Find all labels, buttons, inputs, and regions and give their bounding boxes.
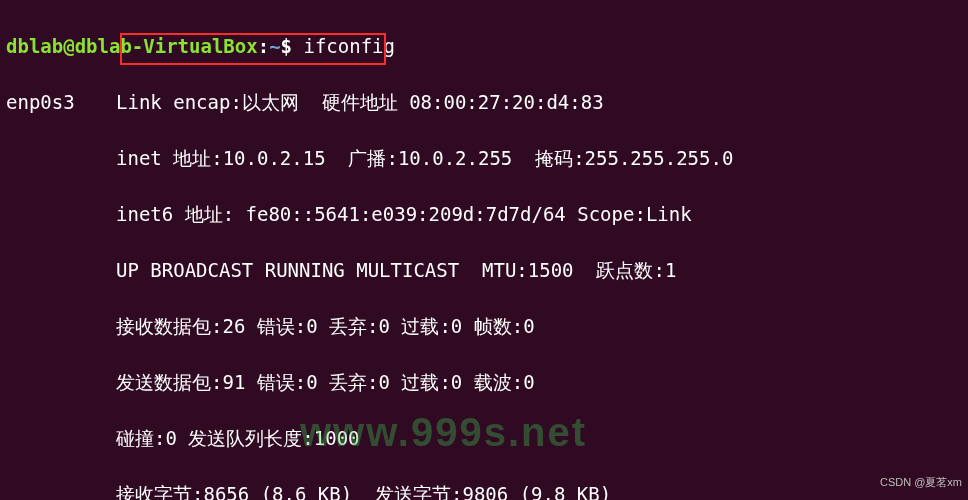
credit-text: CSDN @夏茗xm — [880, 468, 962, 496]
iface1-link: Link encap:以太网 硬件地址 08:00:27:20:d4:83 — [116, 88, 604, 116]
iface1-tx-packets: 发送数据包:91 错误:0 丢弃:0 过载:0 载波:0 — [116, 368, 535, 396]
prompt-dollar: $ — [281, 35, 304, 57]
prompt-path: ~ — [269, 35, 280, 57]
iface1-flags: UP BROADCAST RUNNING MULTICAST MTU:1500 … — [116, 256, 676, 284]
iface1-bytes: 接收字节:8656 (8.6 KB) 发送字节:9806 (9.8 KB) — [116, 480, 611, 500]
iface1-line2: inet 地址:10.0.2.15 广播:10.0.2.255 掩码:255.2… — [6, 144, 962, 172]
iface1-inet-highlighted: inet 地址:10.0.2.15 — [116, 147, 326, 169]
iface1-collisions: 碰撞:0 发送队列长度:1000 — [116, 424, 360, 452]
iface1-rx-packets: 接收数据包:26 错误:0 丢弃:0 过载:0 帧数:0 — [116, 312, 535, 340]
iface1-line8: 接收字节:8656 (8.6 KB) 发送字节:9806 (9.8 KB) — [6, 480, 962, 500]
iface1-line7: 碰撞:0 发送队列长度:1000 — [6, 424, 962, 452]
prompt-user: dblab@dblab-VirtualBox — [6, 35, 258, 57]
iface1-line4: UP BROADCAST RUNNING MULTICAST MTU:1500 … — [6, 256, 962, 284]
iface1-inet6: inet6 地址: fe80::5641:e039:209d:7d7d/64 S… — [116, 200, 692, 228]
iface1-name: enp0s3 — [6, 88, 116, 116]
iface1-bcast: 广播:10.0.2.255 掩码:255.255.255.0 — [326, 147, 734, 169]
prompt-line: dblab@dblab-VirtualBox:~$ ifconfig — [6, 32, 962, 60]
prompt-sep: : — [258, 35, 269, 57]
iface1-line1: enp0s3Link encap:以太网 硬件地址 08:00:27:20:d4… — [6, 88, 962, 116]
iface1-line6: 发送数据包:91 错误:0 丢弃:0 过载:0 载波:0 — [6, 368, 962, 396]
terminal-output[interactable]: dblab@dblab-VirtualBox:~$ ifconfig enp0s… — [0, 0, 968, 500]
iface1-line3: inet6 地址: fe80::5641:e039:209d:7d7d/64 S… — [6, 200, 962, 228]
iface1-line5: 接收数据包:26 错误:0 丢弃:0 过载:0 帧数:0 — [6, 312, 962, 340]
command-text: ifconfig — [303, 35, 395, 57]
